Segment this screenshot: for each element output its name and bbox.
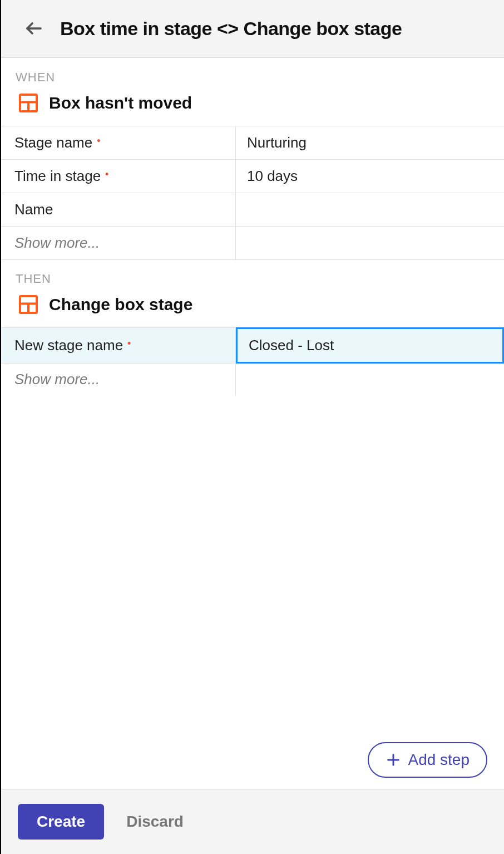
then-show-more-row[interactable]: Show more... [1,363,504,396]
when-section-label: WHEN [1,58,504,89]
field-name[interactable]: Name [1,193,504,227]
back-button[interactable] [21,16,47,41]
required-indicator-icon: • [105,169,108,179]
field-value[interactable]: Nurturing [236,126,504,159]
when-section: WHEN Box hasn't moved Stage name • Nurtu… [1,58,504,260]
when-title: Box hasn't moved [49,94,192,112]
field-time-in-stage[interactable]: Time in stage • 10 days [1,159,504,193]
add-step-button[interactable]: Add step [368,742,487,778]
when-show-more-row[interactable]: Show more... [1,226,504,260]
discard-button[interactable]: Discard [126,813,184,831]
field-label: New stage name [14,337,123,354]
then-title: Change box stage [49,295,192,314]
required-indicator-icon: • [127,338,131,349]
page-title: Box time in stage <> Change box stage [60,18,402,40]
field-label: Name [14,201,53,218]
field-value[interactable]: 10 days [236,160,504,193]
box-icon [18,92,39,114]
add-step-label: Add step [408,751,470,769]
footer: Create Discard [1,789,504,854]
show-more-link[interactable]: Show more... [1,227,236,259]
required-indicator-icon: • [97,136,100,146]
field-label: Time in stage [14,168,101,185]
show-more-link[interactable]: Show more... [1,363,236,396]
field-value[interactable] [236,193,504,226]
plus-icon [386,752,401,768]
then-header[interactable]: Change box stage [1,291,504,327]
field-value[interactable]: Closed - Lost [236,327,504,364]
box-icon [18,294,39,315]
field-new-stage-name[interactable]: New stage name • Closed - Lost [1,327,504,364]
when-header[interactable]: Box hasn't moved [1,89,504,126]
then-section-label: THEN [1,259,504,291]
field-stage-name[interactable]: Stage name • Nurturing [1,126,504,160]
then-section: THEN Change box stage New stage name • C… [1,259,504,396]
arrow-left-icon [24,18,44,38]
header: Box time in stage <> Change box stage [1,0,504,58]
field-label: Stage name [14,134,92,151]
create-button[interactable]: Create [18,804,104,840]
content-area: WHEN Box hasn't moved Stage name • Nurtu… [1,58,504,789]
